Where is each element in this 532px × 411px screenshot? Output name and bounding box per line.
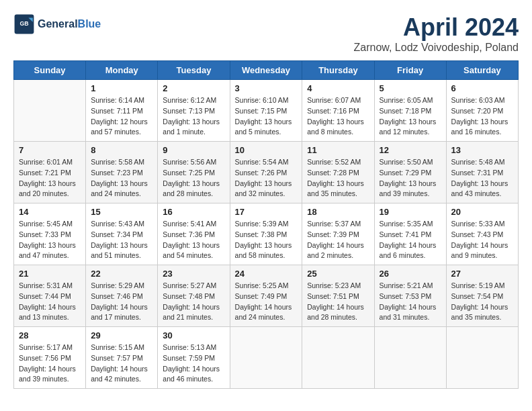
- day-number: 13: [451, 145, 513, 155]
- sunset: Sunset: 7:21 PM: [19, 169, 71, 177]
- day-info: Sunrise: 6:03 AM Sunset: 7:20 PM Dayligh…: [451, 95, 513, 138]
- sunrise: Sunrise: 5:39 AM: [235, 220, 289, 228]
- daylight: Daylight: 13 hours and 43 minutes.: [451, 179, 508, 198]
- day-info: Sunrise: 5:37 AM Sunset: 7:39 PM Dayligh…: [307, 219, 369, 261]
- daylight: Daylight: 14 hours and 42 minutes.: [91, 365, 148, 383]
- day-number: 23: [163, 269, 224, 279]
- day-number: 3: [235, 83, 298, 93]
- day-number: 6: [451, 83, 513, 93]
- daylight: Daylight: 13 hours and 12 minutes.: [380, 118, 437, 136]
- day-info: Sunrise: 5:13 AM Sunset: 7:59 PM Dayligh…: [163, 342, 224, 385]
- sunrise: Sunrise: 5:45 AM: [19, 220, 73, 228]
- daylight: Daylight: 14 hours and 6 minutes.: [380, 241, 437, 260]
- weekday-header-thursday: Thursday: [302, 61, 374, 80]
- calendar-cell: [230, 327, 302, 389]
- day-number: 9: [163, 145, 224, 155]
- day-number: 22: [91, 269, 152, 279]
- calendar-cell: 4 Sunrise: 6:07 AM Sunset: 7:16 PM Dayli…: [302, 80, 374, 142]
- sunset: Sunset: 7:49 PM: [235, 292, 287, 300]
- calendar-week-4: 21 Sunrise: 5:31 AM Sunset: 7:44 PM Dayl…: [14, 265, 519, 327]
- sunrise: Sunrise: 5:37 AM: [307, 220, 361, 228]
- calendar-cell: 9 Sunrise: 5:56 AM Sunset: 7:25 PM Dayli…: [158, 142, 230, 203]
- daylight: Daylight: 14 hours and 28 minutes.: [307, 303, 364, 322]
- sunset: Sunset: 7:29 PM: [380, 169, 432, 177]
- day-info: Sunrise: 6:05 AM Sunset: 7:18 PM Dayligh…: [380, 95, 441, 138]
- calendar-cell: 26 Sunrise: 5:21 AM Sunset: 7:53 PM Dayl…: [374, 265, 446, 327]
- day-number: 15: [91, 207, 152, 217]
- sunset: Sunset: 7:57 PM: [91, 354, 143, 362]
- daylight: Daylight: 14 hours and 13 minutes.: [19, 303, 76, 322]
- sunrise: Sunrise: 5:27 AM: [163, 281, 216, 289]
- sunrise: Sunrise: 5:52 AM: [307, 158, 361, 166]
- day-info: Sunrise: 5:35 AM Sunset: 7:41 PM Dayligh…: [380, 219, 441, 261]
- sunrise: Sunrise: 5:21 AM: [380, 281, 433, 289]
- calendar-cell: 19 Sunrise: 5:35 AM Sunset: 7:41 PM Dayl…: [374, 203, 446, 265]
- day-number: 25: [307, 269, 369, 279]
- day-number: 12: [380, 145, 441, 155]
- sunset: Sunset: 7:31 PM: [451, 169, 504, 177]
- daylight: Daylight: 14 hours and 2 minutes.: [307, 241, 364, 260]
- day-info: Sunrise: 6:01 AM Sunset: 7:21 PM Dayligh…: [19, 157, 81, 199]
- calendar-cell: 20 Sunrise: 5:33 AM Sunset: 7:43 PM Dayl…: [446, 203, 518, 265]
- month-title: April 2024: [354, 13, 519, 42]
- day-info: Sunrise: 5:56 AM Sunset: 7:25 PM Dayligh…: [163, 157, 224, 199]
- sunrise: Sunrise: 6:05 AM: [380, 96, 433, 104]
- sunset: Sunset: 7:44 PM: [19, 292, 71, 300]
- sunset: Sunset: 7:54 PM: [451, 292, 504, 300]
- sunrise: Sunrise: 5:48 AM: [451, 158, 505, 166]
- day-number: 30: [163, 330, 224, 340]
- daylight: Daylight: 14 hours and 21 minutes.: [163, 303, 220, 322]
- sunrise: Sunrise: 6:07 AM: [307, 96, 361, 104]
- calendar-cell: 27 Sunrise: 5:19 AM Sunset: 7:54 PM Dayl…: [446, 265, 518, 327]
- sunset: Sunset: 7:33 PM: [19, 230, 71, 238]
- sunset: Sunset: 7:56 PM: [19, 354, 71, 362]
- day-number: 7: [19, 145, 81, 155]
- calendar-cell: 23 Sunrise: 5:27 AM Sunset: 7:48 PM Dayl…: [158, 265, 230, 327]
- sunset: Sunset: 7:28 PM: [307, 169, 359, 177]
- daylight: Daylight: 13 hours and 24 minutes.: [91, 179, 148, 198]
- sunset: Sunset: 7:18 PM: [380, 107, 432, 115]
- day-number: 10: [235, 145, 298, 155]
- sunset: Sunset: 7:46 PM: [91, 292, 143, 300]
- calendar-cell: [446, 327, 518, 389]
- calendar-cell: 24 Sunrise: 5:25 AM Sunset: 7:49 PM Dayl…: [230, 265, 302, 327]
- day-number: 29: [91, 330, 152, 340]
- sunset: Sunset: 7:53 PM: [380, 292, 432, 300]
- sunset: Sunset: 7:36 PM: [163, 230, 215, 238]
- calendar-cell: 12 Sunrise: 5:50 AM Sunset: 7:29 PM Dayl…: [374, 142, 446, 203]
- day-number: 11: [307, 145, 369, 155]
- location-title: Zarnow, Lodz Voivodeship, Poland: [354, 42, 519, 54]
- sunrise: Sunrise: 5:43 AM: [91, 220, 144, 228]
- sunset: Sunset: 7:34 PM: [91, 230, 143, 238]
- header: GB GeneralBlue April 2024 Zarnow, Lodz V…: [13, 13, 519, 54]
- sunrise: Sunrise: 5:58 AM: [91, 158, 144, 166]
- weekday-header-row: SundayMondayTuesdayWednesdayThursdayFrid…: [14, 61, 519, 80]
- sunrise: Sunrise: 5:41 AM: [163, 220, 216, 228]
- sunset: Sunset: 7:43 PM: [451, 230, 504, 238]
- sunset: Sunset: 7:26 PM: [235, 169, 287, 177]
- sunrise: Sunrise: 6:03 AM: [451, 96, 505, 104]
- calendar-cell: 21 Sunrise: 5:31 AM Sunset: 7:44 PM Dayl…: [14, 265, 86, 327]
- sunrise: Sunrise: 5:35 AM: [380, 220, 433, 228]
- calendar-cell: 7 Sunrise: 6:01 AM Sunset: 7:21 PM Dayli…: [14, 142, 86, 203]
- daylight: Daylight: 14 hours and 9 minutes.: [451, 241, 508, 260]
- calendar-table: SundayMondayTuesdayWednesdayThursdayFrid…: [13, 60, 519, 389]
- logo-blue: Blue: [78, 18, 101, 30]
- calendar-cell: 25 Sunrise: 5:23 AM Sunset: 7:51 PM Dayl…: [302, 265, 374, 327]
- calendar-week-5: 28 Sunrise: 5:17 AM Sunset: 7:56 PM Dayl…: [14, 327, 519, 389]
- calendar-cell: 1 Sunrise: 6:14 AM Sunset: 7:11 PM Dayli…: [86, 80, 158, 142]
- sunset: Sunset: 7:16 PM: [307, 107, 359, 115]
- day-number: 24: [235, 269, 298, 279]
- sunrise: Sunrise: 5:13 AM: [163, 343, 216, 351]
- day-info: Sunrise: 5:48 AM Sunset: 7:31 PM Dayligh…: [451, 157, 513, 199]
- logo: GB GeneralBlue: [13, 13, 101, 35]
- daylight: Daylight: 13 hours and 39 minutes.: [380, 179, 437, 198]
- sunset: Sunset: 7:51 PM: [307, 292, 359, 300]
- day-info: Sunrise: 5:19 AM Sunset: 7:54 PM Dayligh…: [451, 281, 513, 323]
- day-number: 8: [91, 145, 152, 155]
- day-info: Sunrise: 5:15 AM Sunset: 7:57 PM Dayligh…: [91, 342, 152, 385]
- calendar-week-3: 14 Sunrise: 5:45 AM Sunset: 7:33 PM Dayl…: [14, 203, 519, 265]
- day-info: Sunrise: 5:17 AM Sunset: 7:56 PM Dayligh…: [19, 342, 81, 385]
- day-info: Sunrise: 5:33 AM Sunset: 7:43 PM Dayligh…: [451, 219, 513, 261]
- sunrise: Sunrise: 5:50 AM: [380, 158, 433, 166]
